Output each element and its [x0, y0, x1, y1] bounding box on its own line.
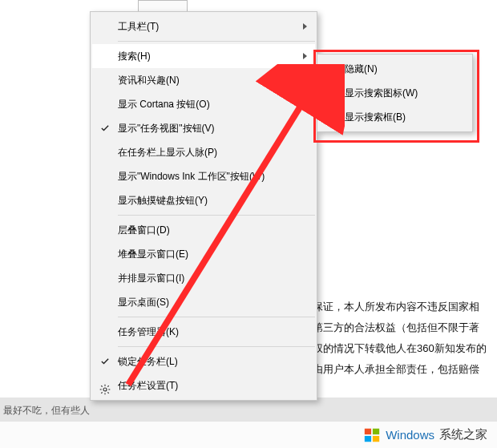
gear-icon: [99, 380, 111, 391]
search-submenu-item-2[interactable]: 显示搜索框(B): [319, 105, 471, 129]
chevron-right-icon: [303, 23, 307, 30]
menu-item-label: 显示搜索图标(W): [345, 87, 418, 99]
menu-item-label: 堆叠显示窗口(E): [118, 248, 188, 260]
bg-line: 第三方的合法权益（包括但不限于著: [313, 317, 497, 338]
check-icon: [101, 124, 109, 132]
windows-logo-icon: [363, 426, 381, 444]
svg-rect-11: [365, 428, 371, 434]
footer-logo: Windows 系统之家: [363, 426, 487, 444]
search-submenu-item-0[interactable]: 隐藏(N): [319, 57, 471, 81]
menu-item-label: 显示"任务视图"按钮(V): [118, 123, 215, 134]
menu-separator: [118, 41, 315, 42]
menu-separator: [118, 317, 315, 317]
taskbar-menu-item-8[interactable]: 显示触摸键盘按钮(Y): [92, 188, 315, 212]
svg-rect-12: [373, 428, 379, 434]
taskbar-menu-item-15[interactable]: 任务管理器(K): [92, 320, 315, 344]
menu-item-label: 搜索(H): [118, 50, 151, 62]
svg-point-0: [103, 388, 107, 391]
taskbar-context-menu: 工具栏(T)搜索(H)资讯和兴趣(N)显示 Cortana 按钮(O)显示"任务…: [90, 11, 317, 401]
menu-item-label: 锁定任务栏(L): [118, 356, 178, 367]
menu-item-label: 层叠窗口(D): [118, 224, 170, 236]
svg-line-7: [101, 392, 102, 393]
menu-item-label: 显示 Cortana 按钮(O): [118, 99, 210, 110]
taskbar-menu-item-12[interactable]: 并排显示窗口(I): [92, 266, 315, 290]
taskbar-menu-item-13[interactable]: 显示桌面(S): [92, 290, 315, 314]
taskbar-menu-item-5[interactable]: 显示"任务视图"按钮(V): [92, 116, 315, 140]
taskbar-menu-item-6[interactable]: 在任务栏上显示人脉(P): [92, 140, 315, 164]
svg-line-6: [107, 392, 108, 393]
footer-watermark: Windows 系统之家: [0, 421, 497, 448]
taskbar-menu-item-11[interactable]: 堆叠显示窗口(E): [92, 242, 315, 266]
menu-item-label: 隐藏(N): [345, 63, 378, 75]
search-submenu-item-1[interactable]: 显示搜索图标(W): [319, 81, 471, 105]
menu-item-label: 工具栏(T): [118, 21, 159, 32]
menu-separator: [118, 346, 315, 347]
taskbar-menu-item-0[interactable]: 工具栏(T): [92, 14, 315, 38]
svg-line-8: [107, 385, 108, 386]
bg-line: 保证，本人所发布内容不违反国家相: [313, 297, 497, 317]
menu-item-label: 显示触摸键盘按钮(Y): [118, 195, 208, 206]
chevron-right-icon: [303, 77, 307, 83]
taskbar-menu-item-18[interactable]: 任务栏设置(T): [92, 373, 315, 398]
taskbar-menu-item-17[interactable]: 锁定任务栏(L): [92, 349, 315, 373]
bg-strip: 最好不吃，但有些人: [0, 398, 497, 422]
taskbar-menu-item-10[interactable]: 层叠窗口(D): [92, 218, 315, 242]
taskbar-menu-item-4[interactable]: 显示 Cortana 按钮(O): [92, 92, 315, 116]
search-submenu: 隐藏(N)显示搜索图标(W)显示搜索框(B): [317, 54, 473, 132]
svg-rect-13: [365, 435, 371, 441]
bg-line: 由用户本人承担全部责任，包括赔偿: [313, 359, 497, 380]
menu-item-label: 并排显示窗口(I): [118, 272, 184, 284]
check-icon: [101, 357, 109, 365]
menu-item-label: 在任务栏上显示人脉(P): [118, 147, 217, 158]
menu-separator: [118, 215, 315, 216]
bg-line: 权的情况下转载他人在360新知发布的: [313, 338, 497, 359]
menu-item-label: 显示搜索框(B): [345, 111, 406, 123]
svg-rect-14: [373, 435, 379, 441]
footer-brand-en: Windows: [386, 428, 434, 442]
bg-strip-text: 最好不吃，但有些人: [3, 404, 90, 418]
svg-line-5: [101, 385, 102, 386]
menu-item-label: 资讯和兴趣(N): [118, 75, 180, 86]
menu-item-label: 显示桌面(S): [118, 297, 169, 308]
menu-item-label: 任务管理器(K): [118, 326, 179, 337]
menu-item-label: 任务栏设置(T): [118, 380, 178, 391]
menu-item-label: 显示"Windows Ink 工作区"按钮(W): [118, 171, 265, 182]
chevron-right-icon: [303, 53, 307, 59]
check-icon: [328, 65, 336, 73]
bg-fragment: [138, 0, 188, 12]
taskbar-menu-item-2[interactable]: 搜索(H): [92, 44, 315, 68]
bg-article-text: 保证，本人所发布内容不违反国家相 第三方的合法权益（包括但不限于著 权的情况下转…: [313, 297, 497, 380]
taskbar-menu-item-7[interactable]: 显示"Windows Ink 工作区"按钮(W): [92, 164, 315, 188]
taskbar-menu-item-3[interactable]: 资讯和兴趣(N): [92, 68, 315, 92]
footer-brand-cn: 系统之家: [439, 427, 487, 442]
